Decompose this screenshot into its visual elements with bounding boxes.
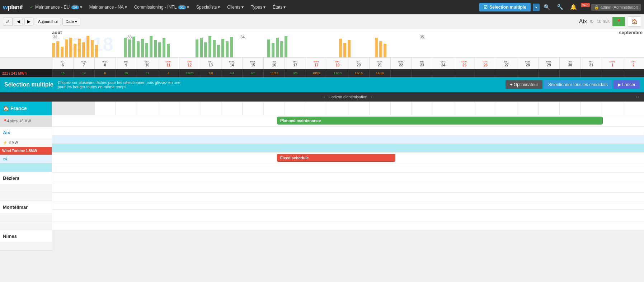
energy-row: 221 / 241 MWh 151462921423/287/84/48/811…: [0, 69, 644, 77]
day-num: 11: [166, 63, 170, 67]
day-num: 30: [568, 63, 572, 67]
france-cell-11: [285, 102, 306, 115]
day-name: sam.: [165, 60, 171, 63]
france-cell-22: [517, 102, 538, 115]
france-cell-19: [454, 102, 475, 115]
day-name: mer.: [102, 60, 108, 63]
optimizer-button[interactable]: + Optimisateur: [506, 80, 542, 89]
aix-x4-grid-row: [52, 135, 644, 144]
day-col-22: mar.28: [517, 58, 538, 69]
dropdown-arrow-icon: ▾: [187, 5, 189, 10]
svg-rect-24: [204, 42, 207, 57]
svg-rect-16: [145, 43, 148, 57]
nav-clients[interactable]: Clients ▾: [224, 3, 246, 11]
nav-badge: x4: [71, 5, 79, 9]
aix-x4[interactable]: x4: [0, 155, 52, 163]
svg-rect-38: [348, 40, 351, 57]
france-cell-1: [73, 102, 94, 115]
day-num: 31: [589, 63, 593, 67]
lock-icon: 🔒: [594, 5, 599, 10]
nimes-row1: [0, 242, 52, 250]
nav-maintenance-eu[interactable]: ✓ Maintenance - EU x4 ▾: [27, 3, 85, 11]
day-name: mar.: [377, 60, 383, 63]
day-name: mer.: [250, 60, 256, 63]
nav-specialists[interactable]: Specialists ▾: [193, 3, 223, 11]
nav-types[interactable]: Types ▾: [248, 3, 268, 11]
expand-icon[interactable]: ⤢: [3, 18, 13, 26]
day-name: ven.: [145, 60, 150, 63]
france-label: France: [10, 105, 27, 111]
svg-rect-6: [78, 39, 81, 57]
france-cell-10: [263, 102, 285, 115]
day-name: lun.: [356, 60, 361, 63]
nav-label: Maintenance - NA: [89, 5, 124, 10]
refresh-icon[interactable]: ↻: [590, 19, 594, 24]
app-logo[interactable]: wplanif: [3, 4, 23, 11]
svg-rect-3: [65, 39, 68, 57]
launch-button[interactable]: ▶ Lancer: [614, 80, 640, 89]
svg-rect-31: [267, 39, 270, 57]
svg-rect-23: [200, 38, 203, 57]
settings-icon[interactable]: 🔧: [554, 3, 566, 12]
montelimar-main-grid-row: [52, 181, 644, 193]
svg-rect-17: [150, 36, 152, 57]
sidebar-placeholder: [0, 58, 52, 69]
admin-info[interactable]: 🔒 admin (Administrator): [591, 4, 641, 11]
prev-button[interactable]: ◀: [14, 18, 23, 25]
nimes-name[interactable]: Nimes: [0, 230, 52, 242]
nav-etats[interactable]: États ▾: [270, 3, 288, 11]
date-button[interactable]: Date ▾: [62, 18, 80, 25]
sidebar-site-nimes: Nimes: [0, 230, 52, 251]
day-name: mar.: [81, 60, 87, 63]
france-cell-5: [158, 102, 179, 115]
horizon-bar: → Horizon d'optimisation ← ↔: [52, 94, 644, 99]
nav-maintenance-na[interactable]: Maintenance - NA ▾: [86, 3, 130, 11]
select-candidates-button[interactable]: Sélectionner tous les candidats: [544, 80, 612, 89]
day-col-17: jeu.23: [412, 58, 433, 69]
nav-label: États: [273, 5, 282, 10]
day-num: 9: [125, 63, 127, 67]
next-button[interactable]: ▶: [24, 18, 33, 25]
selection-multiple-dropdown[interactable]: ▾: [533, 4, 540, 11]
svg-rect-27: [217, 45, 220, 57]
france-cell-8: [221, 102, 242, 115]
aix-highlighted-grid-row: [52, 144, 644, 152]
day-col-9: mer.15: [242, 58, 263, 69]
selection-multiple-button[interactable]: ☑ Sélection multiple: [479, 3, 531, 11]
france-grid-row: [52, 102, 644, 115]
planned-maintenance-bar[interactable]: Planned maintenance: [277, 117, 603, 124]
day-name: mer.: [398, 60, 404, 63]
svg-rect-2: [61, 47, 64, 57]
svg-rect-18: [154, 40, 157, 57]
resize-handle-icon[interactable]: ↔: [635, 94, 640, 100]
mwh-label: 221 / 241 MWh: [2, 71, 27, 75]
location-info: Aix ↻ 10 m/s 📍 🏠: [579, 17, 641, 27]
selection-multiple-label: Sélection multiple: [489, 5, 526, 10]
aix-name[interactable]: Aix: [0, 127, 52, 138]
day-col-27: dim.2: [623, 58, 644, 69]
day-num: 22: [399, 63, 403, 67]
energy-cell-10: 11/13: [263, 69, 285, 77]
day-num: 7: [83, 63, 85, 67]
day-col-11: ven.17: [285, 58, 306, 69]
home-button[interactable]: 🏠: [628, 17, 641, 27]
task-label: Planned maintenance: [280, 118, 321, 123]
montelimar-name[interactable]: Montélimar: [0, 201, 52, 213]
logo-planif: planif: [8, 4, 23, 11]
bell-icon[interactable]: 🔔: [568, 3, 579, 12]
map-button[interactable]: 📍: [612, 17, 625, 26]
energy-cell-27: [623, 69, 644, 77]
today-button[interactable]: Aujourd'hui: [35, 18, 61, 25]
fixed-schedule-bar[interactable]: Fixed schedule: [277, 154, 395, 162]
svg-rect-40: [379, 41, 382, 57]
energy-cell-8: 4/4: [221, 69, 242, 77]
sidebar-france-header[interactable]: 🏠 France: [0, 102, 52, 115]
nav-commissioning-intl[interactable]: Commissioning - INTL x1 ▾: [131, 3, 192, 11]
search-icon[interactable]: 🔍: [541, 3, 553, 12]
day-col-5: sam.11: [158, 58, 179, 69]
day-col-6: dim.12: [179, 58, 200, 69]
beziers-name[interactable]: Béziers: [0, 172, 52, 184]
day-name: lun.: [208, 60, 213, 63]
aix-mw: 6 MW: [9, 141, 18, 145]
nav-label: Types: [251, 5, 262, 10]
